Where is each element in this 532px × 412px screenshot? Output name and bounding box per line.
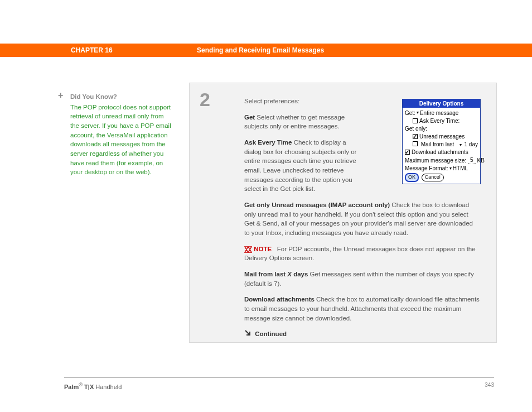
delivery-download-row: Download attachments [405, 148, 478, 156]
pref-download-label: Download attachments [244, 296, 315, 303]
pref-get: Get Select whether to get message subjec… [244, 113, 361, 131]
delivery-format-row: Message Format: ▾ HTML [405, 165, 478, 172]
delivery-maxsize-unit: KB [477, 157, 485, 164]
delivery-mail-last-row: Mail from last ▾ 1 day [405, 141, 478, 148]
pref-note: NOTE For POP accounts, the Unread messag… [244, 245, 480, 263]
pref-ask-text: Check to display a dialog box for choosi… [244, 139, 356, 192]
dropdown-arrow-icon[interactable]: ▾ [449, 166, 452, 171]
delivery-maxsize-label: Maximum message size: [405, 157, 466, 164]
delivery-format-value[interactable]: HTML [453, 165, 468, 172]
delivery-get-value[interactable]: Entire message [420, 109, 458, 117]
did-you-know-title: Did You Know? [70, 92, 173, 102]
plus-icon: + [58, 92, 66, 100]
pref-ask-label: Ask Every Time [244, 139, 292, 146]
step-panel: 2 Select preferences: Get Select whether… [189, 83, 497, 343]
footer-suffix: Handheld [94, 384, 122, 390]
did-you-know-body: The POP protocol does not support retrie… [70, 103, 173, 177]
max-size-input[interactable]: 5 [468, 156, 476, 164]
continued-row: Continued [244, 329, 480, 339]
delivery-buttons: OK Cancel [405, 173, 478, 182]
delivery-mail-last-label: Mail from last [421, 141, 454, 147]
delivery-ask-row: Ask Every Time: [405, 117, 478, 124]
delivery-ask-label: Ask Every Time: [419, 117, 460, 124]
footer-rule [64, 377, 494, 378]
note-text: For POP accounts, the Unread messages bo… [244, 246, 476, 262]
dropdown-arrow-icon[interactable]: ▾ [417, 110, 419, 116]
unread-messages-checkbox[interactable] [413, 134, 418, 139]
pref-mail-last-label: Mail from last X days [244, 271, 308, 277]
pref-download: Download attachments Check the box to au… [244, 295, 480, 323]
sidebar-tip: + Did You Know? The POP protocol does no… [59, 92, 173, 177]
footer-model: T|X [83, 384, 94, 390]
chapter-label: CHAPTER 16 [71, 46, 113, 54]
delivery-get-row: Get: ▾ Entire message [405, 109, 478, 117]
download-attachments-checkbox[interactable] [405, 150, 410, 155]
step-intro: Select preferences: [244, 97, 361, 106]
arrow-down-right-icon [244, 329, 251, 339]
delivery-options-title: Delivery Options [403, 99, 480, 108]
delivery-unread-label: Unread messages [419, 133, 465, 140]
pref-unread-label: Get only Unread messages (IMAP account o… [244, 202, 390, 208]
pref-unread: Get only Unread messages (IMAP account o… [244, 200, 480, 238]
page-header: CHAPTER 16 Sending and Receiving Email M… [0, 44, 532, 57]
footer-brand-name: Palm [64, 384, 79, 390]
pref-get-label: Get [244, 114, 255, 121]
delivery-unread-row: Unread messages [405, 133, 478, 140]
pref-get-text: Select whether to get message subjects o… [244, 114, 345, 130]
footer-brand: Palm® T|X Handheld [64, 382, 122, 390]
delivery-mail-days-value[interactable]: 1 day [465, 141, 478, 147]
delivery-maxsize-row: Maximum message size: 5 KB [405, 156, 478, 164]
continued-label: Continued [255, 330, 287, 337]
ok-button[interactable]: OK [405, 173, 419, 182]
pref-mail-last: Mail from last X days Get messages sent … [244, 270, 480, 288]
note-icon [244, 246, 252, 253]
cancel-button[interactable]: Cancel [422, 174, 444, 181]
dropdown-arrow-icon[interactable]: ▾ [460, 142, 462, 147]
delivery-getonly-label: Get only: [405, 125, 478, 132]
delivery-options-panel: Delivery Options Get: ▾ Entire message A… [402, 99, 481, 184]
mail-from-last-checkbox[interactable] [413, 141, 418, 146]
delivery-download-label: Download attachments [412, 148, 468, 156]
pref-ask: Ask Every Time Check to display a dialog… [244, 138, 361, 194]
chapter-title: Sending and Receiving Email Messages [197, 46, 324, 54]
page-number: 343 [485, 382, 494, 388]
delivery-get-label: Get: [405, 109, 415, 117]
note-label: NOTE [254, 246, 272, 252]
delivery-format-label: Message Format: [405, 165, 448, 172]
step-number: 2 [200, 89, 210, 111]
ask-every-time-checkbox[interactable] [413, 118, 418, 123]
